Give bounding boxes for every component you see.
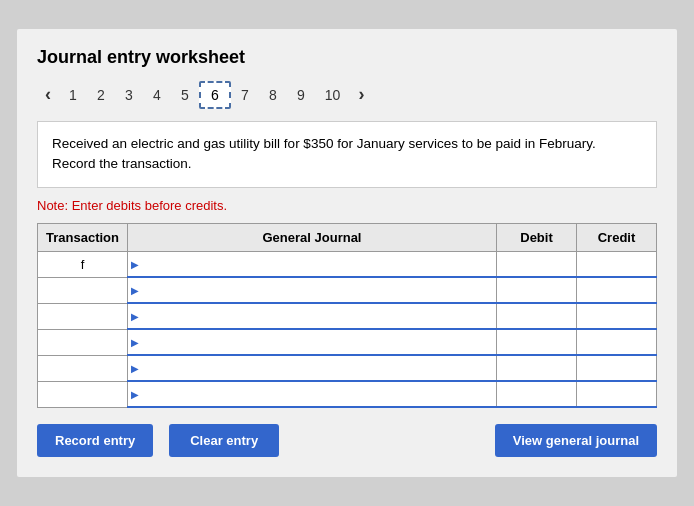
journal-cell-1[interactable]	[128, 251, 497, 277]
clear-entry-button[interactable]: Clear entry	[169, 424, 279, 457]
transaction-cell-4	[38, 329, 128, 355]
journal-input-5[interactable]	[128, 356, 496, 380]
page-title: Journal entry worksheet	[37, 47, 657, 68]
debit-input-6[interactable]	[497, 382, 576, 406]
journal-cell-6[interactable]	[128, 381, 497, 407]
pagination: ‹ 1 2 3 4 5 6 7 8 9 10 ›	[37, 80, 657, 109]
record-entry-button[interactable]: Record entry	[37, 424, 153, 457]
debit-cell-4[interactable]	[497, 329, 577, 355]
page-3[interactable]: 3	[115, 83, 143, 107]
credit-input-4[interactable]	[577, 330, 656, 354]
journal-input-1[interactable]	[128, 252, 496, 277]
credit-input-2[interactable]	[577, 278, 656, 302]
transaction-cell-6	[38, 381, 128, 407]
journal-table: Transaction General Journal Debit Credit…	[37, 223, 657, 409]
prev-button[interactable]: ‹	[37, 80, 59, 109]
view-general-journal-button[interactable]: View general journal	[495, 424, 657, 457]
page-4[interactable]: 4	[143, 83, 171, 107]
next-button[interactable]: ›	[350, 80, 372, 109]
table-row	[38, 303, 657, 329]
page-5[interactable]: 5	[171, 83, 199, 107]
credit-input-5[interactable]	[577, 356, 656, 380]
header-debit: Debit	[497, 223, 577, 251]
credit-cell-1[interactable]	[577, 251, 657, 277]
journal-input-6[interactable]	[128, 382, 496, 406]
page-10[interactable]: 10	[315, 83, 351, 107]
note-text: Note: Enter debits before credits.	[37, 198, 657, 213]
debit-cell-6[interactable]	[497, 381, 577, 407]
page-8[interactable]: 8	[259, 83, 287, 107]
credit-cell-5[interactable]	[577, 355, 657, 381]
debit-input-3[interactable]	[497, 304, 576, 328]
page-9[interactable]: 9	[287, 83, 315, 107]
credit-input-1[interactable]	[577, 252, 656, 277]
transaction-cell-3	[38, 303, 128, 329]
debit-cell-1[interactable]	[497, 251, 577, 277]
credit-cell-6[interactable]	[577, 381, 657, 407]
table-row	[38, 381, 657, 407]
page-1[interactable]: 1	[59, 83, 87, 107]
header-credit: Credit	[577, 223, 657, 251]
journal-cell-5[interactable]	[128, 355, 497, 381]
credit-input-3[interactable]	[577, 304, 656, 328]
page-6-active[interactable]: 6	[199, 81, 231, 109]
journal-input-4[interactable]	[128, 330, 496, 354]
debit-cell-5[interactable]	[497, 355, 577, 381]
description-box: Received an electric and gas utility bil…	[37, 121, 657, 188]
header-general-journal: General Journal	[128, 223, 497, 251]
header-transaction: Transaction	[38, 223, 128, 251]
table-row	[38, 329, 657, 355]
worksheet-container: Journal entry worksheet ‹ 1 2 3 4 5 6 7 …	[17, 29, 677, 477]
debit-input-5[interactable]	[497, 356, 576, 380]
table-row	[38, 355, 657, 381]
journal-input-3[interactable]	[128, 304, 496, 328]
buttons-row: Record entry Clear entry View general jo…	[37, 424, 657, 457]
debit-input-1[interactable]	[497, 252, 576, 277]
credit-input-6[interactable]	[577, 382, 656, 406]
page-2[interactable]: 2	[87, 83, 115, 107]
table-row	[38, 277, 657, 303]
credit-cell-4[interactable]	[577, 329, 657, 355]
journal-cell-2[interactable]	[128, 277, 497, 303]
debit-input-4[interactable]	[497, 330, 576, 354]
journal-input-2[interactable]	[128, 278, 496, 302]
table-row: f	[38, 251, 657, 277]
credit-cell-2[interactable]	[577, 277, 657, 303]
transaction-cell-5	[38, 355, 128, 381]
credit-cell-3[interactable]	[577, 303, 657, 329]
debit-cell-2[interactable]	[497, 277, 577, 303]
debit-input-2[interactable]	[497, 278, 576, 302]
journal-cell-4[interactable]	[128, 329, 497, 355]
transaction-cell-1: f	[38, 251, 128, 277]
page-7[interactable]: 7	[231, 83, 259, 107]
debit-cell-3[interactable]	[497, 303, 577, 329]
transaction-cell-2	[38, 277, 128, 303]
journal-cell-3[interactable]	[128, 303, 497, 329]
